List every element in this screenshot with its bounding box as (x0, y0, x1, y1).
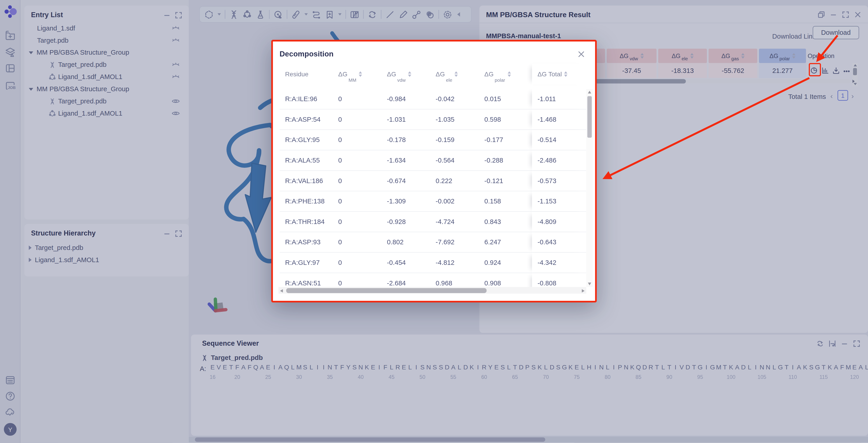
value-cell: 0 (333, 253, 381, 273)
value-cell: -1.011 (532, 89, 586, 109)
value-cell: -0.288 (479, 150, 532, 170)
value-cell: 0.222 (430, 171, 479, 191)
value-cell: -0.674 (381, 171, 430, 191)
residue-cell: R:A:ASP:54 (280, 109, 333, 129)
value-cell: 0.015 (479, 89, 532, 109)
residue-cell: R:A:ASP:93 (280, 232, 333, 252)
residue-cell: R:A:ALA:55 (280, 150, 333, 170)
value-cell: 0 (333, 273, 381, 287)
residue-cell: R:A:THR:184 (280, 212, 333, 232)
value-cell: 0 (333, 109, 381, 129)
decomposition-row: R:A:THR:1840-0.928-4.7240.843-4.809 (280, 212, 586, 232)
value-cell: 0 (333, 150, 381, 170)
value-cell: 0.158 (479, 191, 532, 211)
scroll-right-icon[interactable] (582, 289, 585, 293)
scroll-up-icon[interactable] (588, 91, 591, 94)
value-cell: -0.808 (532, 273, 586, 287)
value-cell: -0.984 (381, 89, 430, 109)
value-cell: -1.031 (381, 109, 430, 129)
value-cell: -0.573 (532, 171, 586, 191)
scroll-down-icon[interactable] (588, 282, 591, 285)
decomposition-row: R:A:GLY:950-0.178-0.159-0.177-0.514 (280, 130, 586, 150)
modal-header-residue: Residue (280, 64, 333, 85)
value-cell: -4.724 (430, 212, 479, 232)
modal-header-dg-total[interactable]: ΔG Total (532, 64, 586, 85)
residue-cell: R:A:ILE:96 (280, 89, 333, 109)
value-cell: 0.598 (479, 109, 532, 129)
value-cell: 0 (333, 191, 381, 211)
value-cell: -1.634 (381, 150, 430, 170)
value-cell: 0 (333, 232, 381, 252)
decomposition-row: R:A:ALA:550-1.634-0.564-0.288-2.486 (280, 150, 586, 171)
value-cell: -0.454 (381, 253, 430, 273)
sort-icon[interactable] (359, 72, 362, 77)
decomposition-row: R:A:VAL:1860-0.6740.222-0.121-0.573 (280, 171, 586, 192)
scroll-thumb[interactable] (286, 288, 487, 293)
value-cell: -0.643 (532, 232, 586, 252)
scroll-left-icon[interactable] (280, 289, 283, 293)
value-cell: 0.968 (430, 273, 479, 287)
sort-icon[interactable] (408, 72, 411, 77)
modal-hscrollbar[interactable] (278, 287, 586, 294)
value-cell: -0.121 (479, 171, 532, 191)
value-cell: -4.342 (532, 253, 586, 273)
value-cell: 0.802 (381, 232, 430, 252)
value-cell: 0 (333, 89, 381, 109)
decomposition-row: R:A:ILE:960-0.984-0.0420.015-1.011 (280, 89, 586, 109)
modal-header-dg-vdw[interactable]: ΔGvdw (381, 64, 430, 85)
value-cell: -1.468 (532, 109, 586, 129)
residue-cell: R:A:GLY:97 (280, 253, 333, 273)
residue-cell: R:A:PHE:138 (280, 191, 333, 211)
value-cell: -2.684 (381, 273, 430, 287)
residue-cell: R:A:VAL:186 (280, 171, 333, 191)
value-cell: -0.177 (479, 130, 532, 150)
decomposition-row: R:A:ASP:9300.802-7.6926.247-0.643 (280, 232, 586, 253)
modal-header-dg-ele[interactable]: ΔGele (430, 64, 479, 85)
value-cell: -0.159 (430, 130, 479, 150)
app-window: JOB Y (0, 0, 868, 443)
residue-cell: R:A:ASN:51 (280, 273, 333, 287)
residue-cell: R:A:GLY:95 (280, 130, 333, 150)
decomposition-row: R:A:GLY:970-0.454-4.8120.924-4.342 (280, 253, 586, 273)
value-cell: -0.178 (381, 130, 430, 150)
value-cell: -1.309 (381, 191, 430, 211)
value-cell: -0.928 (381, 212, 430, 232)
value-cell: -0.564 (430, 150, 479, 170)
decomposition-row: R:A:PHE:1380-1.309-0.0020.158-1.153 (280, 191, 586, 212)
sort-icon[interactable] (564, 72, 567, 77)
value-cell: -0.042 (430, 89, 479, 109)
value-cell: 0.924 (479, 253, 532, 273)
modal-title: Decomposition (280, 50, 334, 58)
value-cell: 0.843 (479, 212, 532, 232)
modal-header-dg-polar[interactable]: ΔGpolar (479, 64, 532, 85)
value-cell: -7.692 (430, 232, 479, 252)
value-cell: -0.514 (532, 130, 586, 150)
value-cell: -0.002 (430, 191, 479, 211)
value-cell: 0 (333, 171, 381, 191)
sort-icon[interactable] (507, 72, 511, 77)
value-cell: 0.908 (479, 273, 532, 287)
scroll-thumb[interactable] (587, 96, 592, 138)
decomposition-row: R:A:ASN:510-2.6840.9680.908-0.808 (280, 273, 586, 287)
decomposition-row: R:A:ASP:540-1.031-1.0350.598-1.468 (280, 109, 586, 130)
value-cell: 0 (333, 130, 381, 150)
value-cell: -2.486 (532, 150, 586, 170)
modal-header-dg-mm[interactable]: ΔGMM (333, 64, 381, 85)
value-cell: 0 (333, 212, 381, 232)
value-cell: -1.035 (430, 109, 479, 129)
modal-table-body: R:A:ILE:960-0.984-0.0420.015-1.011R:A:AS… (280, 89, 586, 287)
modal-vscrollbar[interactable] (586, 89, 593, 287)
decomposition-modal: Decomposition Residue ΔGMM ΔGvdw ΔGele Δ… (271, 40, 597, 302)
value-cell: -1.153 (532, 191, 586, 211)
value-cell: 6.247 (479, 232, 532, 252)
value-cell: -4.812 (430, 253, 479, 273)
value-cell: -4.809 (532, 212, 586, 232)
modal-close-icon[interactable] (577, 50, 585, 58)
sort-icon[interactable] (455, 72, 458, 77)
